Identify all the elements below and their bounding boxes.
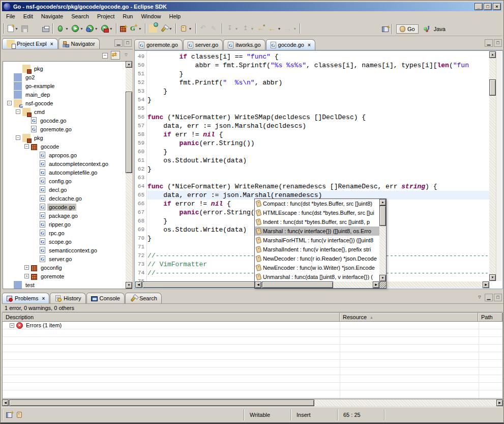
dropdown-arrow-icon[interactable]: ▼ <box>80 27 83 31</box>
code-line[interactable]: func (*NiceFormatter) WriteSMap(decldesc… <box>147 113 489 122</box>
menu-project[interactable]: Project <box>93 12 118 20</box>
completion-item[interactable]: Marshal : func(v interface{}) ([]uint8, … <box>255 227 379 236</box>
completion-list[interactable]: Compact : func(dst *bytes.Buffer, src []… <box>255 199 386 281</box>
perspective-go-button[interactable]: Go <box>396 24 419 34</box>
scroll-up-button[interactable]: ▲ <box>126 61 132 68</box>
view-menu-button[interactable]: ▽ <box>476 294 484 301</box>
tree-item[interactable]: server.go <box>3 255 132 263</box>
menu-run[interactable]: Run <box>118 12 137 20</box>
tree-item[interactable]: apropos.go <box>3 151 132 159</box>
tree-item[interactable]: autocompletecontext.go <box>3 159 132 168</box>
tree-item[interactable]: −cmd <box>3 107 132 116</box>
new-go-type-button[interactable]: ▼ <box>128 23 143 34</box>
code-line[interactable]: if classes[i] == "func" { <box>147 52 489 61</box>
dropdown-arrow-icon[interactable]: ▼ <box>250 27 254 31</box>
scroll-thumb[interactable] <box>262 281 333 288</box>
popup-vscrollbar[interactable]: ▲ ▼ <box>379 199 386 281</box>
tree-item[interactable]: config.go <box>3 177 132 185</box>
dropdown-arrow-icon[interactable]: ▼ <box>293 27 297 31</box>
tree-item[interactable]: ripper.go <box>3 220 132 229</box>
problems-tab[interactable]: Problems× <box>2 293 49 303</box>
completion-item[interactable]: MarshalIndent : func(v interface{}, pref… <box>255 245 379 254</box>
scroll-left-button[interactable]: ◀ <box>255 281 261 288</box>
code-line[interactable]: abbr = fmt.Sprintf("%s %s%s", classes[i]… <box>147 61 489 70</box>
completion-item[interactable]: NewDecoder : func(r io.Reader) *json.Dec… <box>255 254 379 263</box>
menu-help[interactable]: Help <box>165 12 185 20</box>
fast-view-button[interactable] <box>5 409 13 420</box>
code-line[interactable] <box>147 104 489 113</box>
completion-item[interactable]: NewEncoder : func(w io.Writer) *json.Enc… <box>255 263 379 272</box>
code-line[interactable]: } <box>147 96 489 104</box>
tree-item[interactable]: pkg <box>3 64 132 73</box>
code-line[interactable]: if err != nil { <box>147 130 489 139</box>
print-button[interactable] <box>41 23 50 34</box>
tree-expander[interactable]: − <box>16 109 20 114</box>
scroll-right-button[interactable]: ▶ <box>373 281 379 288</box>
tree-item[interactable]: gocode.go <box>3 203 132 211</box>
code-line[interactable]: } <box>147 70 489 78</box>
tree-item[interactable]: +goremote <box>3 272 132 280</box>
search-button[interactable]: ▼ <box>159 23 173 34</box>
editor-tab[interactable]: gocode.go× <box>266 39 315 50</box>
maximize-editor-button[interactable]: □ <box>494 39 502 47</box>
annotation-button[interactable]: ▼ <box>179 23 193 34</box>
project-tree[interactable]: pkggo2go-examplemain_dep−nsf-gocode−cmdg… <box>3 61 132 289</box>
tree-item[interactable]: gocode.go <box>3 116 132 125</box>
scroll-down-button[interactable]: ▼ <box>379 275 386 281</box>
run-history-button[interactable]: ▼ <box>85 23 99 34</box>
collapse-all-button[interactable] <box>100 51 109 60</box>
close-icon[interactable]: × <box>42 296 45 301</box>
sidebar-tab[interactable]: Project Expl× <box>2 38 58 49</box>
tree-expander[interactable]: − <box>24 144 29 149</box>
dropdown-arrow-icon[interactable]: ▼ <box>109 27 113 31</box>
tree-expander[interactable]: + <box>24 274 29 278</box>
completion-item[interactable]: Compact : func(dst *bytes.Buffer, src []… <box>255 199 379 208</box>
dropdown-arrow-icon[interactable]: ▼ <box>138 27 142 31</box>
tree-item[interactable]: −pkg <box>3 133 132 142</box>
perspective-java-button[interactable]: Java <box>421 24 449 34</box>
dropdown-arrow-icon[interactable]: ▼ <box>277 27 281 31</box>
open-perspective-button[interactable] <box>381 23 390 35</box>
maximize-view-button[interactable]: □ <box>494 294 502 301</box>
menu-file[interactable]: File <box>2 12 19 20</box>
run-button[interactable]: ▼ <box>71 23 84 34</box>
column-header-resource[interactable]: Resource▲ <box>340 313 478 322</box>
last-edit-location-button[interactable] <box>256 23 266 34</box>
scroll-up-button[interactable]: ▲ <box>489 51 496 58</box>
completion-item[interactable]: Indent : func(dst *bytes.Buffer, src []u… <box>255 217 379 227</box>
minimize-view-button[interactable]: ▁ <box>485 294 493 301</box>
code-line[interactable]: func (*NiceFormatter) WriteRename(rename… <box>147 182 489 191</box>
code-line[interactable] <box>147 174 489 182</box>
annotation-status-button[interactable] <box>14 409 24 420</box>
dropdown-arrow-icon[interactable]: ▼ <box>95 27 98 31</box>
minimize-view-button[interactable]: ▁ <box>114 39 123 47</box>
scroll-thumb[interactable] <box>489 79 496 96</box>
scroll-right-button[interactable]: ▶ <box>496 400 503 406</box>
completion-item[interactable]: HTMLEscape : func(dst *bytes.Buffer, src… <box>255 208 379 217</box>
minimize-editor-button[interactable]: ▁ <box>485 39 493 47</box>
link-with-editor-button[interactable] <box>111 51 120 60</box>
scroll-thumb[interactable] <box>9 400 314 406</box>
maximize-view-button[interactable]: □ <box>124 39 132 47</box>
tree-scrollbar[interactable]: ▲ ▼ <box>126 61 132 289</box>
tree-item[interactable]: autocompletefile.go <box>3 168 132 177</box>
close-icon[interactable]: × <box>50 41 53 47</box>
menu-navigate[interactable]: Navigate <box>37 12 67 20</box>
problems-tab[interactable]: History <box>50 293 85 303</box>
tree-expander[interactable]: − <box>7 101 12 105</box>
minimize-button[interactable]: _ <box>475 3 483 10</box>
problems-tab[interactable]: Search <box>125 293 162 303</box>
close-icon[interactable]: × <box>308 42 311 48</box>
dropdown-arrow-icon[interactable]: ▼ <box>189 27 192 31</box>
tree-item[interactable]: decl.go <box>3 185 132 194</box>
tree-item[interactable]: −nsf-gocode <box>3 99 132 107</box>
popup-hscrollbar[interactable]: ◀ ▶ <box>255 281 379 288</box>
debug-button[interactable]: ▼ <box>55 23 70 34</box>
dropdown-arrow-icon[interactable]: ▼ <box>15 27 18 31</box>
dropdown-arrow-icon[interactable]: ▼ <box>235 27 239 31</box>
scroll-left-button[interactable]: ◀ <box>2 400 9 406</box>
problems-hscrollbar[interactable]: ◀ ▶ <box>2 400 503 406</box>
editor-tab[interactable]: goremote.go <box>134 39 183 50</box>
tree-item[interactable]: semanticcontext.go <box>3 246 132 255</box>
titlebar[interactable]: Go - nsf-gocode/src/pkg/gocode/gocode.go… <box>2 2 502 11</box>
